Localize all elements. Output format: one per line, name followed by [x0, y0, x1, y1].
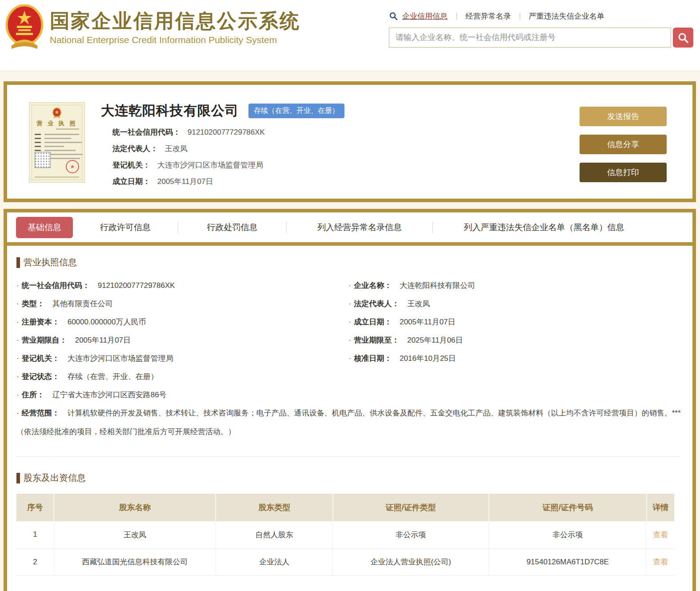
qr-code-icon — [35, 152, 51, 168]
license-thumb-label — [35, 150, 41, 151]
view-detail-link[interactable]: 查看 — [653, 558, 668, 566]
nav-credit-info-link[interactable]: 企业信用信息 — [402, 11, 448, 21]
license-thumb-row — [44, 138, 71, 139]
view-detail-link[interactable]: 查看 — [653, 531, 668, 539]
tab-admin-penalty[interactable]: 行政处罚信息 — [178, 222, 286, 233]
cell-no: 1 — [16, 521, 54, 548]
section-bar-icon — [16, 473, 20, 483]
card-field-legal-rep: 法定代表人：王改凤 — [112, 144, 572, 154]
section-bar-icon — [16, 257, 20, 268]
company-name: 大连乾阳科技有限公司 — [101, 102, 239, 120]
tab-blacklist[interactable]: 列入严重违法失信企业名单（黑名单）信息 — [433, 222, 655, 233]
field-value: 2005年11月07日 — [157, 177, 213, 186]
field-term-from: ·营业期限自：2005年11月07日 — [16, 331, 349, 349]
field-legal-rep: ·法定代表人：王改凤 — [349, 295, 681, 313]
tab-basic-info[interactable]: 基础信息 — [16, 217, 73, 238]
field-credit-code: ·统一社会信用代码：9121020077729786XK — [16, 276, 349, 295]
field-label: 经营范围： — [22, 409, 60, 417]
top-nav: 企业信用信息 | 经营异常名录 | 严重违法失信企业名单 — [389, 10, 693, 22]
cell-cert-no: 91540126MA6T1D7C8E — [489, 548, 647, 575]
shareholder-table: 序号 股东名称 股东类型 证照/证件类型 证照/证件号码 详情 1 王改凤 自然… — [16, 494, 674, 576]
cell-cert-type: 非公示项 — [333, 521, 489, 548]
search-button[interactable] — [673, 28, 693, 48]
field-label: 企业名称： — [354, 281, 392, 290]
bullet: · — [349, 281, 352, 290]
field-establish-date: ·成立日期：2005年11月07日 — [349, 313, 681, 331]
site-subtitle: National Enterprise Credit Information P… — [50, 35, 300, 45]
field-value: 大连市沙河口区市场监督管理局 — [157, 161, 263, 169]
license-fields-grid: ·统一社会信用代码：9121020077729786XK ·类型：其他有限责任公… — [16, 276, 681, 404]
field-label: 法定代表人： — [112, 144, 158, 153]
red-seal-icon: ★ — [66, 160, 79, 173]
bullet: · — [16, 409, 19, 417]
field-value: 大连市沙河口区市场监督管理局 — [68, 354, 173, 363]
tab-admin-license[interactable]: 行政许可信息 — [73, 222, 178, 233]
card-field-registry: 登记机关：大连市沙河口区市场监督管理局 — [112, 160, 572, 170]
section-title-text: 营业执照信息 — [24, 256, 77, 268]
tab-bar: 基础信息 行政许可信息 行政处罚信息 列入经营异常名录信息 列入严重违法失信企业… — [7, 212, 692, 246]
field-label: 统一社会信用代码： — [112, 128, 180, 136]
bullet: · — [349, 318, 352, 326]
print-info-button[interactable]: 信息打印 — [580, 163, 667, 182]
field-label: 营业期限至： — [354, 336, 399, 344]
field-value: 存续（在营、开业、在册） — [68, 372, 158, 381]
nav-abnormal-list-link[interactable]: 经营异常名录 — [465, 11, 511, 21]
field-label: 登记机关： — [112, 161, 150, 169]
cell-shareholder-type: 企业法人 — [216, 548, 332, 575]
field-value: 其他有限责任公司 — [52, 299, 113, 308]
field-value: 计算机软硬件的开发及销售、技术转让、技术咨询服务；电子产品、通讯设备、机电产品、… — [16, 409, 681, 436]
field-label: 类型： — [22, 299, 44, 308]
field-label: 成立日期： — [354, 318, 392, 326]
company-summary-card: 营 业 执 照 ★ 大连乾阳科技有限公司 存续（在营、开业、在册） 统一社会信用… — [4, 81, 696, 202]
cell-shareholder-type: 自然人股东 — [216, 521, 332, 548]
field-label: 住所： — [22, 391, 44, 399]
license-thumb-title: 营 业 执 照 — [32, 120, 82, 128]
bullet: · — [16, 281, 19, 290]
bullet: · — [16, 391, 19, 399]
bullet: · — [349, 354, 352, 363]
license-thumb-line — [56, 128, 79, 130]
bullet: · — [16, 336, 19, 344]
field-value: 大连乾阳科技有限公司 — [400, 281, 475, 290]
table-header-row: 序号 股东名称 股东类型 证照/证件类型 证照/证件号码 详情 — [16, 494, 674, 521]
field-registered-capital: ·注册资本：60000.000000万人民币 — [16, 313, 349, 331]
field-label: 注册资本： — [22, 318, 60, 326]
business-license-thumbnail[interactable]: 营 业 执 照 ★ — [29, 102, 85, 183]
field-value: 2005年11月07日 — [75, 336, 131, 344]
license-thumb-label — [35, 134, 41, 135]
nav-illegal-list-link[interactable]: 严重违法失信企业名单 — [529, 11, 604, 21]
col-header-cert-no: 证照/证件号码 — [489, 494, 647, 521]
field-value: 2005年11月07日 — [400, 318, 455, 326]
field-value: 2016年10月25日 — [400, 354, 456, 363]
field-registry-authority: ·登记机关：大连市沙河口区市场监督管理局 — [16, 349, 349, 367]
field-label: 登记机关： — [22, 354, 60, 363]
field-value: 9121020077729786XK — [188, 128, 265, 136]
license-thumb-row — [44, 146, 64, 147]
cell-shareholder-name: 西藏弘道国光信息科技有限公司 — [54, 548, 216, 575]
site-header: 国家企业信用信息公示系统 National Enterprise Credit … — [0, 0, 700, 71]
field-value: 60000.000000万人民币 — [68, 318, 146, 326]
table-row: 2 西藏弘道国光信息科技有限公司 企业法人 企业法人营业执照(公司) 91540… — [16, 548, 674, 575]
tab-abnormal-list[interactable]: 列入经营异常名录信息 — [287, 222, 432, 233]
search-icon — [389, 12, 398, 20]
col-header-cert-type: 证照/证件类型 — [333, 494, 489, 521]
send-report-button[interactable]: 发送报告 — [580, 107, 667, 126]
share-info-button[interactable]: 信息分享 — [580, 135, 667, 154]
site-logo: 国家企业信用信息公示系统 National Enterprise Credit … — [5, 4, 300, 51]
col-header-type: 股东类型 — [216, 494, 332, 521]
field-label: 成立日期： — [112, 177, 150, 186]
col-header-name: 股东名称 — [54, 494, 216, 521]
license-thumb-footer — [35, 176, 79, 178]
field-label: 法定代表人： — [354, 299, 399, 308]
cell-no: 2 — [16, 548, 54, 575]
search-input[interactable] — [389, 28, 671, 48]
field-term-to: ·营业期限至：2025年11月06日 — [349, 331, 681, 349]
field-registration-status: ·登记状态：存续（在营、开业、在册） — [16, 367, 349, 386]
license-section-title: 营业执照信息 — [16, 256, 681, 268]
bullet: · — [16, 372, 19, 381]
col-header-no: 序号 — [16, 494, 54, 521]
license-thumb-label — [35, 146, 41, 147]
license-thumb-row — [44, 142, 82, 143]
field-value: 王改凤 — [165, 144, 188, 153]
search-button-icon — [677, 32, 689, 44]
